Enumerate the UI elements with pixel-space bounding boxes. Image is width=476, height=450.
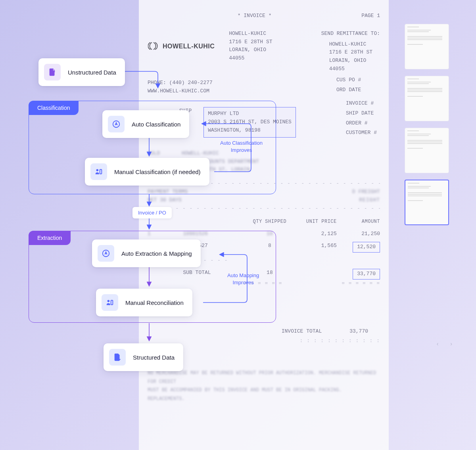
manual-classification-card: Manual Classification (if needed) (85, 158, 209, 186)
thumbnail-4[interactable] (405, 180, 449, 225)
classification-tag: Classification (29, 101, 79, 115)
manual-reconciliation-label: Manual Reconciliation (125, 299, 184, 306)
manual-icon (90, 163, 107, 180)
invoice-right-fields: CUS PO # ORD DATE INVOICE # SHIP DATE OR… (336, 75, 377, 138)
col-amount: AMOUNT (337, 218, 380, 226)
document-check-icon (109, 349, 126, 366)
unstructured-data-label: Unstructured Data (68, 69, 116, 76)
document-alert-icon (44, 64, 61, 80)
manual-icon (102, 294, 118, 311)
extraction-feedback-label: Auto Mapping Improves (227, 272, 259, 286)
svg-rect-5 (111, 301, 113, 305)
svg-point-1 (96, 169, 99, 172)
manual-classification-label: Manual Classification (if needed) (114, 169, 201, 175)
remit-address: HOWELL-KUHIC 1716 E 28TH ST LORAIN, OHIO… (321, 40, 380, 73)
auto-classification-card: Auto Classification (102, 110, 189, 138)
subtotal-amount: 33,770 (353, 269, 380, 280)
svg-point-4 (107, 300, 110, 303)
thumbnail-3[interactable] (405, 128, 449, 173)
auto-icon (108, 116, 125, 132)
manual-reconciliation-card: Manual Reconciliation (96, 289, 192, 316)
thumb-next-icon[interactable]: › (450, 341, 452, 347)
structured-data-label: Structured Data (133, 354, 175, 361)
thumbnail-sidebar (405, 24, 452, 225)
classification-feedback-label: Auto Classification Improves (220, 140, 263, 154)
auto-classification-label: Auto Classification (132, 121, 180, 128)
thumbnail-2[interactable] (405, 76, 449, 121)
extraction-tag: Extraction (29, 231, 71, 245)
doc-type-pill: Invoice / PO (132, 207, 172, 218)
svg-rect-2 (100, 170, 102, 174)
auto-extraction-label: Auto Extraction & Mapping (121, 250, 192, 257)
invoice-page: PAGE 1 (361, 12, 380, 20)
structured-data-card: Structured Data (104, 343, 183, 371)
remit-label: SEND REMITTANCE TO: (321, 30, 380, 38)
invoice-total-amount: 33,770 (349, 327, 368, 336)
thumbnail-1[interactable] (405, 24, 449, 69)
auto-extraction-card: Auto Extraction & Mapping (92, 239, 201, 267)
workflow-diagram: Unstructured Data Classification Auto Cl… (0, 0, 309, 396)
unstructured-data-card: Unstructured Data (38, 58, 125, 86)
thumb-prev-icon[interactable]: ‹ (437, 341, 439, 347)
auto-icon (98, 245, 114, 262)
